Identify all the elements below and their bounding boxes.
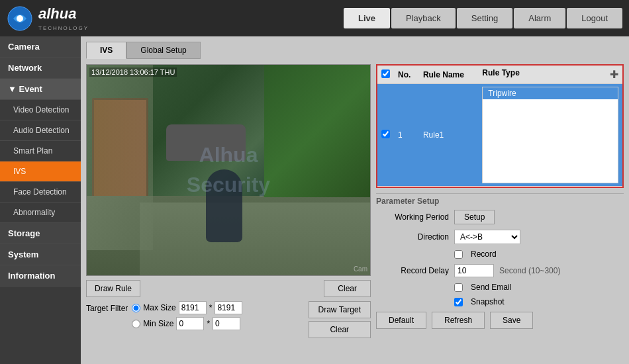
nav-tab-setting[interactable]: Setting — [457, 8, 512, 28]
sidebar-item-abnormality[interactable]: Abnormality — [0, 203, 81, 223]
size-separator-2: * — [207, 319, 210, 328]
right-panel: No. Rule Name Rule Type ✚ — [376, 64, 624, 338]
snapshot-row: Snapshot — [376, 297, 624, 306]
sidebar-item-face-detection[interactable]: Face Detection — [0, 182, 81, 203]
rule-type-crowd[interactable]: Crowd Gathering Estimation — [483, 147, 618, 159]
tree-element — [264, 65, 370, 197]
max-size-label: Max Size — [143, 303, 175, 312]
sidebar-item-event[interactable]: ▼ Event — [0, 79, 81, 100]
logo-sub: TECHNOLOGY — [38, 25, 89, 31]
direction-select[interactable]: A->B B->A A<->B — [454, 230, 520, 244]
working-period-label: Working Period — [376, 212, 449, 222]
min-size-radio[interactable] — [132, 320, 140, 328]
row-name: Rule1 — [419, 84, 478, 187]
refresh-button[interactable]: Refresh — [432, 312, 485, 329]
row-checkbox[interactable] — [381, 130, 390, 138]
content-row: 13/12/2018 13:06:17 THU AlhuaSecurity Ca… — [86, 64, 624, 338]
max-height-input[interactable] — [215, 301, 242, 314]
nav-tabs: Live Playback Setting Alarm Logout — [344, 8, 622, 28]
direction-row: Direction A->B B->A A<->B — [376, 230, 624, 244]
sidebar-item-system[interactable]: System — [0, 244, 81, 265]
add-rule-button[interactable]: ✚ — [610, 68, 618, 81]
min-width-input[interactable] — [176, 317, 204, 330]
logo-text-group: alhua TECHNOLOGY — [38, 5, 89, 32]
main-layout: Camera Network ▼ Event Video Detection A… — [0, 36, 629, 364]
rule-type-fast-moving[interactable]: Fast-Moving — [483, 123, 618, 135]
record-checkbox[interactable] — [454, 250, 463, 259]
send-email-label: Send Email — [471, 283, 511, 292]
header: alhua TECHNOLOGY Live Playback Setting A… — [0, 0, 629, 36]
tab-global-setup[interactable]: Global Setup — [126, 42, 200, 59]
min-height-input[interactable] — [213, 317, 240, 330]
video-cam-label: Cam — [354, 265, 367, 273]
select-all-checkbox[interactable] — [381, 69, 390, 78]
sidebar-item-information[interactable]: Information — [0, 265, 81, 287]
person-element — [206, 169, 242, 242]
nav-tab-live[interactable]: Live — [344, 8, 390, 28]
bottom-buttons: Default Refresh Save — [376, 312, 624, 329]
rule-type-missing[interactable]: Missing Object — [483, 159, 618, 171]
record-delay-input[interactable] — [454, 264, 494, 277]
nav-tab-logout[interactable]: Logout — [567, 8, 622, 28]
header-checkbox-cell — [377, 66, 394, 84]
sidebar: Camera Network ▼ Event Video Detection A… — [0, 36, 81, 364]
snapshot-checkbox[interactable] — [454, 298, 463, 306]
logo-brand: alhua — [38, 5, 76, 22]
row-no: 1 — [394, 84, 419, 187]
rule-type-dropdown: Tripwire Intrusion Abandoned Object Fast… — [482, 87, 618, 183]
row-type-cell: Tripwire Intrusion Abandoned Object Fast… — [478, 84, 622, 187]
sidebar-item-smart-plan[interactable]: Smart Plan — [0, 141, 81, 161]
min-size-label: Min Size — [143, 319, 173, 328]
sidebar-item-network[interactable]: Network — [0, 58, 81, 79]
record-label: Record — [471, 250, 497, 259]
car-element — [166, 124, 246, 161]
sidebar-item-video-detection[interactable]: Video Detection — [0, 100, 81, 120]
rule-type-intrusion[interactable]: Intrusion — [483, 99, 618, 111]
video-controls: Draw Rule Clear — [86, 280, 371, 297]
clear-target-button[interactable]: Clear — [309, 321, 371, 338]
sidebar-item-ivs[interactable]: IVS — [0, 161, 81, 182]
rule-type-abandoned[interactable]: Abandoned Object — [483, 111, 618, 123]
rule-type-loitering[interactable]: Loitering Detection — [483, 171, 618, 183]
size-radio-group: Max Size * Min Size * — [132, 301, 242, 330]
rule-type-parking[interactable]: Parking Detection — [483, 135, 618, 147]
rules-table-container: No. Rule Name Rule Type ✚ — [376, 64, 624, 188]
draw-rule-button[interactable]: Draw Rule — [86, 280, 140, 297]
draw-target-button[interactable]: Draw Target — [309, 301, 371, 318]
col-name: Rule Name — [419, 66, 478, 84]
send-email-checkbox[interactable] — [454, 283, 463, 292]
record-delay-unit: Second (10~300) — [499, 266, 560, 275]
record-delay-row: Record Delay Second (10~300) — [376, 264, 624, 277]
save-button[interactable]: Save — [490, 312, 533, 329]
max-size-row: Max Size * — [132, 301, 242, 314]
working-period-row: Working Period Setup — [376, 210, 624, 224]
sidebar-item-storage[interactable]: Storage — [0, 223, 81, 244]
tab-bar: IVS Global Setup — [86, 42, 624, 59]
nav-tab-alarm[interactable]: Alarm — [514, 8, 565, 28]
content-area: IVS Global Setup — [81, 36, 629, 364]
max-size-radio[interactable] — [132, 304, 140, 312]
logo: alhua TECHNOLOGY — [7, 5, 89, 32]
sidebar-item-audio-detection[interactable]: Audio Detection — [0, 120, 81, 141]
col-type: Rule Type ✚ — [478, 66, 622, 84]
table-row[interactable]: 1 Rule1 Tripwire Intrusion Abandoned Obj… — [377, 84, 622, 187]
rule-type-tripwire[interactable]: Tripwire — [483, 87, 618, 99]
max-width-input[interactable] — [179, 301, 207, 314]
tab-ivs[interactable]: IVS — [86, 42, 126, 59]
video-timestamp: 13/12/2018 13:06:17 THU — [89, 68, 177, 77]
sidebar-item-camera[interactable]: Camera — [0, 36, 81, 58]
rules-table: No. Rule Name Rule Type ✚ — [377, 66, 622, 187]
param-section: Parameter Setup Working Period Setup Dir… — [376, 193, 624, 329]
param-header: Parameter Setup — [376, 193, 624, 206]
video-container: 13/12/2018 13:06:17 THU AlhuaSecurity Ca… — [86, 64, 371, 276]
nav-tab-playback[interactable]: Playback — [391, 8, 456, 28]
record-delay-label: Record Delay — [376, 266, 449, 275]
working-period-setup-button[interactable]: Setup — [454, 210, 495, 224]
wall-element — [87, 65, 153, 250]
target-buttons: Draw Target Clear — [309, 301, 371, 338]
video-background — [87, 65, 370, 275]
clear-video-button[interactable]: Clear — [324, 280, 371, 297]
snapshot-label: Snapshot — [471, 297, 505, 306]
record-row: Record — [376, 250, 624, 259]
default-button[interactable]: Default — [376, 312, 426, 329]
